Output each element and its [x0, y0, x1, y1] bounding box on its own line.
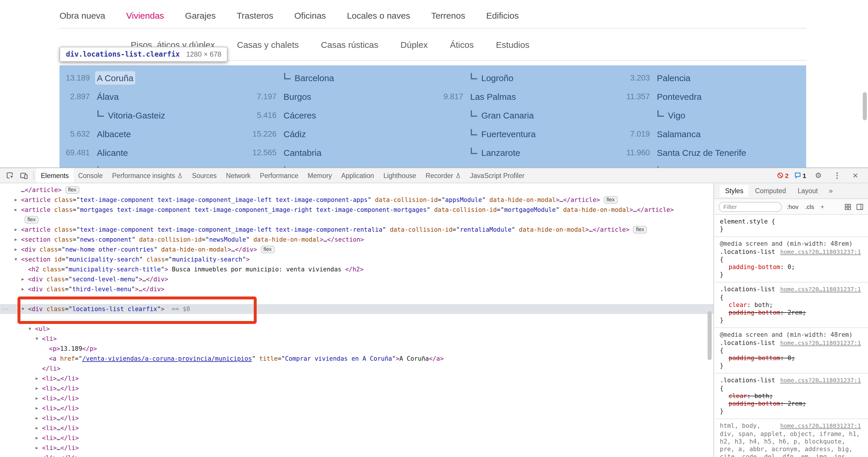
- primary-nav-item[interactable]: Trasteros: [237, 10, 273, 21]
- grid-icon[interactable]: [845, 204, 851, 210]
- css-declaration[interactable]: padding-bottom: 2rem;: [720, 400, 863, 407]
- styles-filter-input[interactable]: [719, 202, 782, 212]
- flex-badge[interactable]: flex: [260, 246, 275, 253]
- location-link[interactable]: Cantabria: [283, 147, 321, 157]
- secondary-nav-item[interactable]: Áticos: [450, 40, 474, 50]
- secondary-nav-item[interactable]: Dúplex: [400, 40, 428, 50]
- css-declaration[interactable]: padding-bottom: 0;: [720, 354, 863, 362]
- console-error-badge[interactable]: 2: [777, 172, 789, 179]
- tree-row[interactable]: ▸<div class="third-level-menu">…</div>: [0, 284, 713, 294]
- tree-row[interactable]: ▸<li>…</li>: [0, 403, 713, 413]
- location-link[interactable]: Pontevedra: [657, 91, 702, 101]
- chevron-down-icon[interactable]: ▾: [36, 334, 38, 344]
- devtools-tab-performance-insights[interactable]: Performance insights: [107, 168, 187, 183]
- stylesheet-link[interactable]: home.css?20…118031237:1: [780, 377, 861, 384]
- location-link[interactable]: Cáceres: [283, 110, 316, 120]
- styles-tab-styles[interactable]: Styles: [720, 185, 749, 197]
- location-link[interactable]: Vitoria-Gasteiz: [108, 110, 165, 120]
- chevron-right-icon[interactable]: ▸: [36, 403, 38, 413]
- chevron-right-icon[interactable]: ▸: [36, 393, 38, 403]
- tree-row[interactable]: ▸<li>…</li>: [0, 433, 713, 443]
- location-link[interactable]: Fuerteventura: [481, 129, 536, 139]
- devtools-tab-console[interactable]: Console: [73, 168, 107, 183]
- devtools-tab-sources[interactable]: Sources: [187, 168, 221, 183]
- devtools-tab-performance[interactable]: Performance: [255, 168, 303, 183]
- primary-nav-item[interactable]: Viviendas: [126, 10, 164, 21]
- issues-badge[interactable]: 1: [795, 172, 806, 179]
- inspect-element-icon[interactable]: [3, 172, 17, 179]
- primary-nav-item[interactable]: Oficinas: [294, 10, 326, 21]
- location-link[interactable]: Álava: [97, 91, 119, 101]
- tree-row[interactable]: ▸<article class="text-image-component te…: [0, 225, 713, 235]
- dock-side-icon[interactable]: [856, 204, 863, 210]
- location-link[interactable]: Logroño: [481, 73, 513, 83]
- location-link[interactable]: Lanzarote: [481, 147, 520, 157]
- devtools-tab-network[interactable]: Network: [221, 168, 255, 183]
- tree-row[interactable]: ▸<li>…</li>: [0, 423, 713, 433]
- tree-row[interactable]: ▸<li>…</li>: [0, 384, 713, 393]
- tree-row[interactable]: ▸<article class="mortgages text-image-co…: [0, 205, 713, 225]
- secondary-nav-item[interactable]: Casas y chalets: [237, 40, 299, 50]
- chevron-right-icon[interactable]: ▸: [36, 384, 38, 393]
- devtools-tab-javascript-profiler[interactable]: JavaScript Profiler: [465, 168, 529, 183]
- location-link[interactable]: Burgos: [283, 91, 311, 101]
- css-declaration[interactable]: padding-bottom: 0;: [720, 263, 863, 271]
- css-declaration[interactable]: padding-bottom: 2rem;: [720, 309, 863, 316]
- chevron-right-icon[interactable]: ▸: [36, 443, 38, 453]
- settings-gear-icon[interactable]: ⚙: [812, 171, 825, 180]
- location-link[interactable]: Salamanca: [657, 129, 701, 139]
- tree-row[interactable]: </li>: [0, 364, 713, 373]
- chevron-right-icon[interactable]: ▸: [22, 274, 24, 284]
- primary-nav-item[interactable]: Garajes: [185, 10, 216, 21]
- location-link[interactable]: Santa Cruz de Tenerife: [657, 147, 746, 157]
- chevron-down-icon[interactable]: ▾: [14, 254, 17, 265]
- pseudo-state-toggle[interactable]: :hov: [787, 203, 799, 210]
- flex-badge[interactable]: flex: [603, 196, 617, 204]
- tree-row[interactable]: ▸<div class="second-level-menu">…</div>: [0, 274, 713, 284]
- devtools-tab-memory[interactable]: Memory: [303, 168, 337, 183]
- styles-tab-computed[interactable]: Computed: [750, 185, 791, 197]
- tree-row[interactable]: ▸<div class="new-home other-countries" d…: [0, 245, 713, 254]
- location-link[interactable]: Barcelona: [294, 73, 334, 83]
- add-class-toggle[interactable]: .cls: [805, 203, 814, 210]
- chevron-right-icon[interactable]: ▸: [14, 195, 17, 205]
- devtools-tab-lighthouse[interactable]: Lighthouse: [379, 168, 421, 183]
- more-tabs-icon[interactable]: »: [829, 187, 833, 195]
- tree-row[interactable]: ▾<li>: [0, 334, 713, 344]
- chevron-right-icon[interactable]: ▸: [14, 245, 17, 254]
- location-link[interactable]: Palencia: [657, 73, 690, 83]
- location-link[interactable]: A Coruña: [97, 73, 133, 83]
- secondary-nav-item[interactable]: Casas rústicas: [321, 40, 378, 50]
- tree-row[interactable]: <h2 class="municipality-search-title"> B…: [0, 265, 713, 274]
- primary-nav-item[interactable]: Obra nueva: [60, 10, 105, 21]
- devtools-tab-recorder[interactable]: Recorder: [421, 168, 465, 183]
- stylesheet-link[interactable]: home.css?20…118031237:1: [780, 422, 861, 430]
- elements-scrollbar[interactable]: [708, 311, 712, 360]
- tree-row[interactable]: ▸<li>…</li>: [0, 373, 713, 384]
- chevron-right-icon[interactable]: ▸: [36, 413, 38, 423]
- tree-row[interactable]: ▾<div class="locations-list clearfix"> =…: [0, 304, 713, 314]
- tree-row[interactable]: <a href="/venta-viviendas/a-coruna-provi…: [0, 354, 713, 364]
- tree-row[interactable]: ▸<article class="text-image-component te…: [0, 195, 713, 205]
- device-toolbar-icon[interactable]: [17, 172, 31, 179]
- tree-row[interactable]: ▸<li>…</li>: [0, 413, 713, 423]
- stylesheet-link[interactable]: home.css?20…118031237:1: [780, 339, 861, 346]
- css-declaration[interactable]: clear: both;: [720, 301, 863, 309]
- chevron-right-icon[interactable]: ▸: [14, 225, 17, 235]
- tree-row[interactable]: ▸<li>…</li>: [0, 443, 713, 453]
- chevron-right-icon[interactable]: ▸: [36, 433, 38, 443]
- chevron-right-icon[interactable]: ▸: [14, 235, 17, 245]
- location-link[interactable]: Albacete: [97, 129, 131, 139]
- page-scrollbar[interactable]: [863, 92, 867, 120]
- tree-row[interactable]: ▸<li>…</li>: [0, 393, 713, 403]
- tree-row[interactable]: ▸<li>…</li>: [0, 453, 713, 457]
- chevron-right-icon[interactable]: ▸: [36, 423, 38, 433]
- more-options-icon[interactable]: ⋮: [830, 171, 844, 180]
- location-link[interactable]: Alicante: [97, 147, 128, 157]
- new-style-rule-button[interactable]: +: [820, 203, 824, 210]
- flex-badge[interactable]: flex: [25, 216, 38, 223]
- styles-tab-layout[interactable]: Layout: [793, 185, 823, 197]
- close-devtools-icon[interactable]: ×: [849, 171, 861, 180]
- primary-nav-item[interactable]: Terrenos: [431, 10, 465, 21]
- primary-nav-item[interactable]: Locales o naves: [347, 10, 410, 21]
